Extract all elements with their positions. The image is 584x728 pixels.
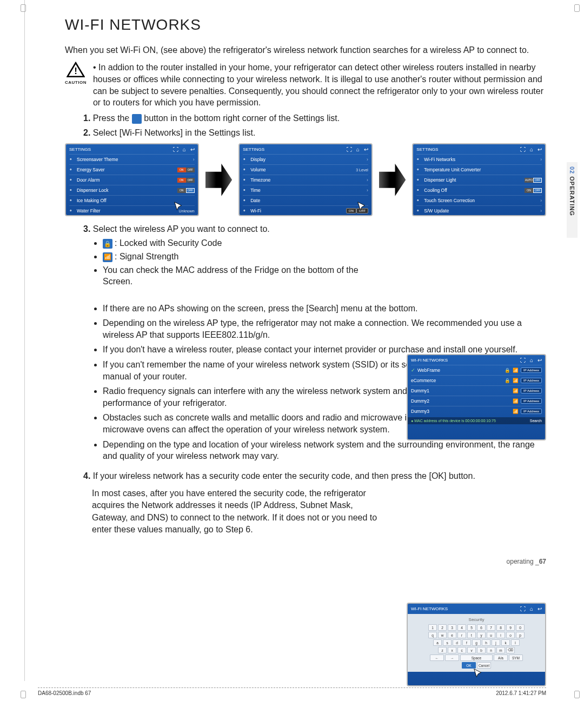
ip-address-button[interactable]: IP Address: [521, 378, 542, 383]
keyboard-key[interactable]: f: [462, 639, 471, 646]
settings-item[interactable]: ∘Volume3 Level: [243, 164, 368, 175]
home-icon: ⌂: [530, 146, 533, 152]
step-4: 4. If your wireless network has a securi…: [83, 470, 546, 482]
settings-item[interactable]: ∘Wi-Fi Networks›: [416, 154, 542, 164]
keyboard-key[interactable]: →: [445, 654, 459, 661]
keyboard-key[interactable]: t: [467, 632, 476, 638]
keyboard-key[interactable]: n: [487, 647, 495, 653]
wifi-network-row[interactable]: ✓ WebFrame🔒📶IP Address: [411, 365, 542, 375]
keyboard-title: Security: [410, 617, 543, 622]
keyboard-key[interactable]: ←: [430, 654, 444, 661]
expand-icon: ⛶: [347, 146, 352, 152]
keyboard-key[interactable]: 1: [428, 624, 437, 631]
keyboard-key[interactable]: i: [496, 632, 505, 638]
step2-text: Select [Wi-Fi Networks] in the Settings …: [93, 128, 256, 137]
settings-item[interactable]: ∘Timezone›: [243, 175, 368, 185]
expand-icon: ⛶: [520, 357, 526, 363]
caution-text: • In addion to the router installed in y…: [93, 62, 546, 108]
settings-item[interactable]: ∘Date: [243, 195, 368, 205]
keyboard-key[interactable]: g: [472, 639, 481, 646]
back-icon: ↩: [537, 146, 542, 152]
settings-item[interactable]: ∘Dispenser LightAUTOOFF: [416, 175, 542, 185]
lock-icon: 🔒: [505, 378, 510, 383]
wifi-icon: 📶: [513, 388, 519, 393]
keyboard-key[interactable]: o: [506, 632, 515, 638]
keyboard-key[interactable]: 9: [506, 624, 515, 631]
screens-row: SETTINGS⛶⌂↩ ∘Screensaver Theme›∘Energy S…: [65, 143, 546, 216]
keyboard-key[interactable]: m: [496, 647, 505, 653]
keyboard-key[interactable]: p: [516, 632, 525, 638]
keyboard-key[interactable]: 2: [438, 624, 447, 631]
page-title: WI-FI NETWORKS: [65, 16, 546, 34]
settings-item[interactable]: ∘Touch Screen Correction›: [416, 195, 542, 205]
settings-item[interactable]: ∘Screensaver Theme›: [69, 154, 195, 164]
settings-item[interactable]: ∘Time›: [243, 185, 368, 195]
keyboard-key[interactable]: x: [448, 647, 456, 653]
screen-top-icons: ⛶⌂↩: [520, 146, 542, 152]
keyboard-key[interactable]: e: [448, 632, 456, 638]
settings-item[interactable]: ∘Temperature Unit Converter: [416, 164, 542, 175]
keyboard-key[interactable]: 5: [467, 624, 476, 631]
keyboard-key[interactable]: 3: [448, 624, 456, 631]
keyboard-key[interactable]: w: [438, 632, 447, 638]
keyboard-key[interactable]: SYM: [509, 654, 523, 661]
keyboard-key[interactable]: ⌫: [506, 647, 515, 653]
security-keyboard-screen: WI-FI NETWORKS⛶⌂↩ Security 1234567890qwe…: [407, 603, 546, 686]
keyboard-key[interactable]: q: [428, 632, 437, 638]
settings-item[interactable]: ∘S/W Update›: [416, 205, 542, 216]
cursor-icon: [173, 201, 185, 213]
ip-address-button[interactable]: IP Address: [521, 398, 542, 404]
page-margin-line: [24, 0, 25, 681]
keyboard-key[interactable]: k: [501, 639, 510, 646]
settings-item[interactable]: ∘Cooling OffONOFF: [416, 185, 542, 195]
keyboard-key[interactable]: a: [433, 639, 442, 646]
keyboard-key[interactable]: v: [467, 647, 476, 653]
keyboard-key[interactable]: 6: [477, 624, 486, 631]
back-icon: ↩: [537, 357, 542, 363]
keyboard-key[interactable]: 7: [487, 624, 495, 631]
search-button[interactable]: Search: [530, 419, 542, 423]
ip-address-button[interactable]: IP Address: [521, 409, 542, 414]
keyboard-key[interactable]: l: [511, 639, 520, 646]
keyboard-key[interactable]: Space: [460, 654, 493, 661]
back-icon: ↩: [537, 606, 542, 612]
step3-b2: : Signal Strength: [115, 252, 178, 261]
note-item: Depending on the type and location of yo…: [103, 439, 546, 462]
settings-item[interactable]: ∘Dispenser LockONOFF: [69, 185, 195, 195]
keyboard-key[interactable]: u: [487, 632, 495, 638]
side-tab-text: OPERATING: [569, 176, 575, 216]
wifi-network-row[interactable]: eCommerce🔒📶IP Address: [411, 375, 542, 385]
keyboard-key[interactable]: s: [443, 639, 452, 646]
settings-screen-2: SETTINGS⛶⌂↩ ∘Display›∘Volume3 Level∘Time…: [238, 143, 373, 216]
wifi-network-row[interactable]: Dummy1📶IP Address: [411, 385, 542, 396]
wifi-networks-screen: WI-FI NETWORKS⛶⌂↩ ✓ WebFrame🔒📶IP Address…: [407, 354, 546, 440]
footer-page-label: operating _67: [65, 558, 546, 565]
keyboard-key[interactable]: z: [438, 647, 447, 653]
keyboard-key[interactable]: A/a: [494, 654, 508, 661]
cursor-icon: [356, 201, 368, 213]
settings-item[interactable]: ∘Door AlarmONOFF: [69, 175, 195, 185]
keyboard-key[interactable]: r: [457, 632, 466, 638]
keyboard: Security 1234567890qwertyuiopasdfghjklzx…: [408, 614, 545, 672]
wifi-icon: 📶: [513, 409, 519, 414]
keyboard-key[interactable]: c: [457, 647, 466, 653]
caution-label: CAUTION: [65, 80, 87, 85]
ip-address-button[interactable]: IP Address: [521, 388, 542, 393]
keyboard-key[interactable]: j: [492, 639, 500, 646]
keyboard-key[interactable]: 8: [496, 624, 505, 631]
keyboard-key[interactable]: h: [482, 639, 490, 646]
lock-icon: 🔒: [505, 368, 510, 373]
settings-item[interactable]: ∘Display›: [243, 154, 368, 164]
keyboard-key[interactable]: y: [477, 632, 486, 638]
screen-header: SETTINGS: [243, 147, 264, 152]
wifi-network-row[interactable]: Dummy3📶IP Address: [411, 406, 542, 416]
keyboard-key[interactable]: b: [477, 647, 486, 653]
keyboard-key[interactable]: 4: [457, 624, 466, 631]
settings-item[interactable]: ∘Wi-FiONOFF: [243, 205, 368, 216]
wifi-network-row[interactable]: Dummy2📶IP Address: [411, 396, 542, 406]
keyboard-key[interactable]: d: [453, 639, 461, 646]
expand-icon: ⛶: [520, 146, 526, 152]
settings-item[interactable]: ∘Energy SaverONOFF: [69, 164, 195, 175]
keyboard-key[interactable]: 0: [516, 624, 525, 631]
ip-address-button[interactable]: IP Address: [521, 368, 542, 373]
